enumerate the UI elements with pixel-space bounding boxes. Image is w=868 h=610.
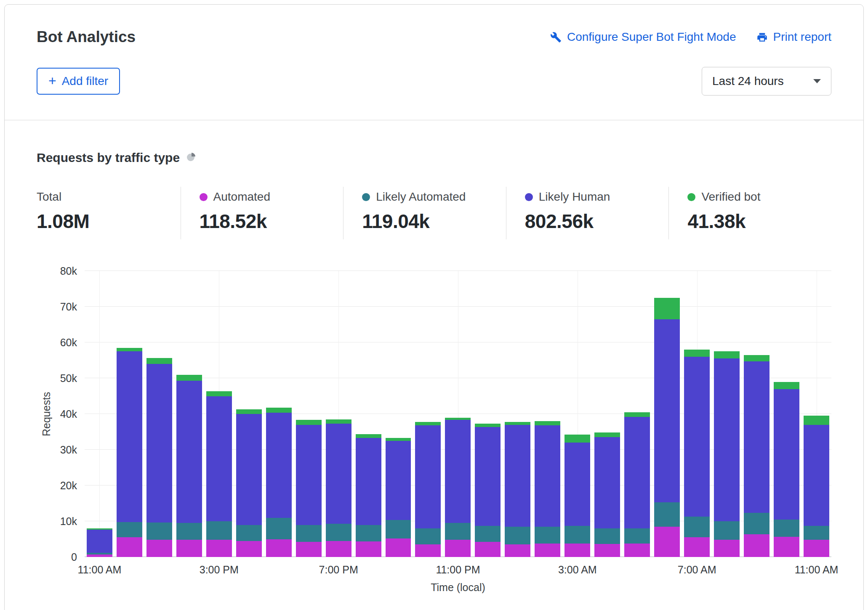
segment-verified-bot	[206, 391, 232, 396]
y-tick: 70k	[60, 301, 77, 313]
stacked-bar-2[interactable]	[146, 271, 172, 557]
stacked-bar-5[interactable]	[236, 271, 262, 557]
print-link-label: Print report	[773, 30, 832, 44]
segment-likely-human	[505, 425, 530, 527]
segment-likely-automated	[684, 517, 710, 537]
x-tick: 11:00 AM	[795, 564, 839, 576]
segment-verified-bot	[415, 422, 441, 426]
print-report-link[interactable]: Print report	[756, 30, 832, 44]
segment-likely-human	[266, 413, 292, 517]
stacked-bar-18[interactable]	[624, 271, 650, 557]
segment-likely-automated	[326, 524, 351, 541]
stat-value: 41.38k	[687, 210, 831, 233]
segment-automated	[535, 544, 560, 557]
stacked-bar-11[interactable]	[415, 271, 441, 557]
segment-automated	[445, 540, 471, 557]
segment-likely-human	[624, 417, 650, 528]
stacked-bar-17[interactable]	[594, 271, 620, 557]
segment-automated	[684, 537, 710, 557]
segment-likely-automated	[445, 523, 471, 540]
stacked-bar-19[interactable]	[654, 271, 680, 557]
bar-slot	[234, 271, 264, 557]
segment-likely-human	[356, 438, 381, 525]
bar-slot	[204, 271, 234, 557]
x-tick-labels: 11:00 AM3:00 PM7:00 PM11:00 PM3:00 AM7:0…	[85, 557, 831, 578]
stat-total: Total1.08M	[37, 187, 181, 239]
stacked-bar-8[interactable]	[326, 271, 351, 557]
stacked-bar-10[interactable]	[386, 271, 411, 557]
add-filter-button[interactable]: + Add filter	[37, 68, 120, 95]
stacked-bar-23[interactable]	[774, 271, 799, 557]
bar-slot	[772, 271, 801, 557]
segment-likely-human	[236, 414, 262, 525]
segment-automated	[564, 544, 590, 557]
stat-value: 1.08M	[37, 210, 181, 233]
configure-link-label: Configure Super Bot Fight Mode	[567, 30, 736, 44]
stat-label: Likely Automated	[376, 190, 466, 204]
segment-likely-automated	[624, 528, 650, 544]
segment-likely-automated	[117, 522, 142, 538]
segment-likely-automated	[296, 525, 322, 542]
header-divider	[5, 120, 863, 120]
y-tick: 10k	[60, 515, 77, 528]
segment-likely-human	[535, 425, 560, 527]
segment-likely-automated	[804, 526, 829, 540]
stacked-bar-4[interactable]	[206, 271, 232, 557]
x-tick: 3:00 PM	[200, 564, 239, 576]
stacked-bar-3[interactable]	[176, 271, 202, 557]
stacked-bar-7[interactable]	[296, 271, 322, 557]
stacked-bar-9[interactable]	[356, 271, 381, 557]
segment-automated	[475, 542, 501, 557]
y-tick: 30k	[60, 444, 77, 456]
stacked-bar-13[interactable]	[475, 271, 501, 557]
stat-label: Likely Human	[539, 190, 610, 204]
plot-area	[85, 271, 831, 557]
stacked-bar-0[interactable]	[87, 271, 112, 557]
segment-automated	[117, 537, 142, 557]
y-tick: 80k	[60, 265, 77, 277]
bar-slot	[682, 271, 712, 557]
segment-likely-human	[117, 351, 142, 522]
time-range-select[interactable]: Last 24 hours	[702, 67, 831, 95]
bar-slot	[114, 271, 144, 557]
segment-automated	[206, 540, 232, 557]
stacked-bar-15[interactable]	[535, 271, 560, 557]
bar-slot	[562, 271, 592, 557]
segment-likely-human	[684, 357, 710, 517]
stacked-bar-12[interactable]	[445, 271, 471, 557]
configure-super-bot-fight-mode-link[interactable]: Configure Super Bot Fight Mode	[550, 30, 736, 44]
segment-likely-automated	[564, 526, 590, 544]
segment-likely-automated	[714, 521, 740, 540]
bar-slot	[354, 271, 383, 557]
stat-verified-bot: Verified bot41.38k	[668, 187, 831, 239]
stat-label: Total	[37, 190, 61, 204]
segment-automated	[624, 544, 650, 557]
stat-value: 119.04k	[362, 210, 506, 233]
stacked-bar-6[interactable]	[266, 271, 292, 557]
stats-row: Total1.08MAutomated118.52kLikely Automat…	[37, 187, 831, 239]
segment-likely-automated	[594, 528, 620, 544]
stacked-bar-14[interactable]	[505, 271, 530, 557]
stacked-bar-22[interactable]	[744, 271, 769, 557]
segment-likely-automated	[475, 526, 501, 542]
stacked-bar-16[interactable]	[564, 271, 590, 557]
bars	[85, 271, 831, 557]
stacked-bar-24[interactable]	[804, 271, 829, 557]
plus-icon: +	[48, 74, 56, 88]
segment-verified-bot	[356, 434, 381, 438]
segment-verified-bot	[117, 348, 142, 352]
wrench-icon	[550, 32, 562, 43]
stacked-bar-20[interactable]	[684, 271, 710, 557]
bar-slot	[652, 271, 682, 557]
stacked-bar-21[interactable]	[714, 271, 740, 557]
x-axis-title: Time (local)	[85, 578, 831, 597]
segment-verified-bot	[386, 438, 411, 441]
requests-by-traffic-type-section: Requests by traffic type Total1.08MAutom…	[5, 151, 863, 610]
segment-likely-human	[146, 364, 172, 522]
bar-slot	[383, 271, 413, 557]
legend-dot-likely-automated	[362, 193, 370, 201]
segment-verified-bot	[714, 351, 740, 358]
segment-verified-bot	[624, 412, 650, 417]
segment-automated	[774, 537, 799, 557]
stacked-bar-1[interactable]	[117, 271, 142, 557]
